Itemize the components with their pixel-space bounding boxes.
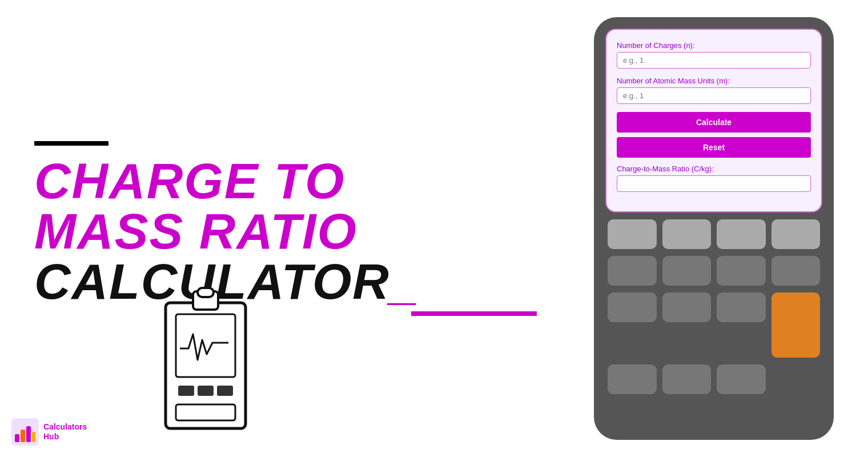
title-line2: MASS RATIO [34,206,537,256]
charges-input[interactable] [617,52,811,69]
key-2-2[interactable] [662,256,712,286]
svg-rect-10 [21,430,25,442]
title-line1: CHARGE TO [34,156,537,206]
key-4-2[interactable] [662,364,712,394]
result-label: Charge-to-Mass Ratio (C/kg): [617,165,811,173]
svg-rect-4 [178,386,194,396]
key-1-1[interactable] [608,219,657,249]
atomic-mass-group: Number of Atomic Mass Units (m): [617,77,811,104]
svg-rect-12 [32,432,35,442]
keypad-row-2 [605,256,822,286]
svg-rect-7 [176,404,235,420]
key-3-2[interactable] [662,292,712,322]
calculate-button[interactable]: Calculate [617,112,811,133]
result-group: Charge-to-Mass Ratio (C/kg): [617,165,811,192]
key-2-4[interactable] [771,256,821,286]
key-1-3[interactable] [717,219,766,249]
calc-screen: Number of Charges (n): Number of Atomic … [605,29,822,213]
svg-rect-5 [198,386,214,396]
key-4-1[interactable] [608,364,657,394]
logo-text: Calculators Hub [43,422,87,442]
result-input[interactable] [617,175,811,192]
logo: Calculators Hub [11,418,87,446]
key-2-3[interactable] [717,256,766,286]
key-1-2[interactable] [662,219,712,249]
calculator-device: Number of Charges (n): Number of Atomic … [594,17,834,440]
svg-rect-3 [176,314,235,377]
key-3-1[interactable] [608,292,657,322]
left-section: CHARGE TO MASS RATIO CALCULATOR_ [0,0,571,457]
device-illustration [148,280,263,440]
main-title: CHARGE TO MASS RATIO CALCULATOR_ [34,156,537,307]
key-1-4[interactable] [771,219,821,249]
charges-group: Number of Charges (n): [617,41,811,69]
title-bar [34,141,108,146]
keypad-row-4 [605,364,822,394]
key-3-4[interactable] [771,292,821,358]
svg-rect-6 [217,386,233,396]
key-2-1[interactable] [608,256,657,286]
logo-icon [11,418,39,446]
svg-rect-9 [15,434,19,442]
title-line3: CALCULATOR_ [34,256,537,307]
key-4-3[interactable] [717,364,766,394]
key-3-3[interactable] [717,292,766,322]
atomic-mass-label: Number of Atomic Mass Units (m): [617,77,811,85]
title-underline [411,311,537,316]
atomic-mass-input[interactable] [617,87,811,104]
svg-rect-2 [198,288,214,297]
right-section: Number of Charges (n): Number of Atomic … [571,0,868,457]
keypad-row-3 [605,292,822,358]
keypad-row-1 [605,219,822,249]
reset-button[interactable]: Reset [617,137,811,158]
svg-rect-11 [26,426,31,442]
charges-label: Number of Charges (n): [617,41,811,50]
